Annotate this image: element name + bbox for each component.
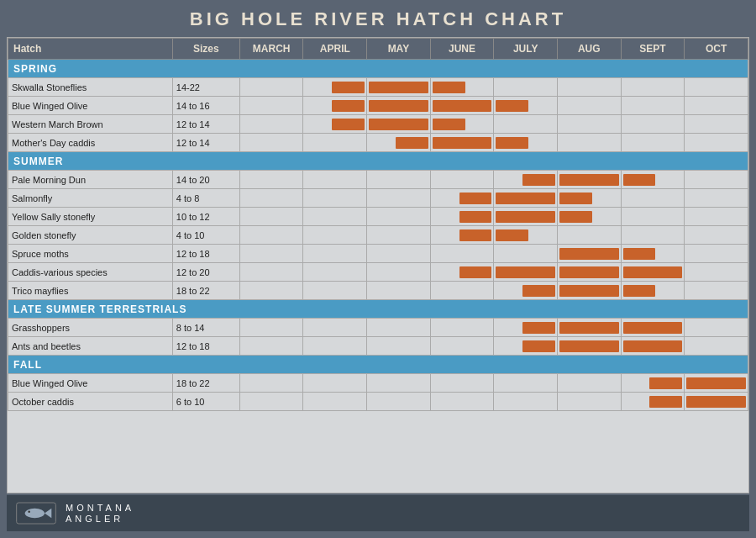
month-cell xyxy=(430,319,494,337)
month-cell xyxy=(557,208,621,226)
month-cell xyxy=(557,115,621,134)
table-row: Grasshoppers8 to 14 xyxy=(8,319,748,337)
section-header: SPRING xyxy=(8,60,748,78)
month-cell xyxy=(494,97,558,115)
month-cell xyxy=(367,208,431,226)
month-cell xyxy=(494,189,558,208)
table-row: Western March Brown12 to 14 xyxy=(8,115,748,134)
month-cell xyxy=(494,282,558,300)
month-cell xyxy=(494,374,558,393)
month-cell xyxy=(430,226,494,245)
month-cell xyxy=(303,134,367,152)
table-row: October caddis6 to 10 xyxy=(8,393,748,411)
month-cell xyxy=(303,393,367,411)
month-cell xyxy=(367,115,431,134)
month-cell xyxy=(367,97,431,115)
section-header: FALL xyxy=(8,356,748,374)
col-header-sizes: Sizes xyxy=(172,39,239,60)
month-cell xyxy=(239,134,303,152)
month-cell xyxy=(430,134,494,152)
month-cell xyxy=(239,319,303,337)
month-cell xyxy=(685,226,748,245)
month-cell xyxy=(239,337,303,356)
month-cell xyxy=(621,115,685,134)
month-cell xyxy=(557,245,621,263)
month-cell xyxy=(494,263,558,282)
month-cell xyxy=(621,374,685,393)
month-cell xyxy=(621,319,685,337)
month-cell xyxy=(367,134,431,152)
month-cell xyxy=(303,282,367,300)
month-cell xyxy=(303,374,367,393)
month-cell xyxy=(367,374,431,393)
month-cell xyxy=(621,337,685,356)
month-cell xyxy=(685,208,748,226)
month-cell xyxy=(494,319,558,337)
section-header: LATE SUMMER TERRESTRIALS xyxy=(8,300,748,319)
month-cell xyxy=(621,263,685,282)
table-row: Blue Winged Olive14 to 16 xyxy=(8,97,748,115)
month-cell xyxy=(685,374,748,393)
month-cell xyxy=(621,226,685,245)
month-cell xyxy=(303,245,367,263)
month-cell xyxy=(621,78,685,97)
month-cell xyxy=(557,337,621,356)
month-cell xyxy=(685,78,748,97)
month-cell xyxy=(239,208,303,226)
table-row: Spruce moths12 to 18 xyxy=(8,245,748,263)
month-cell xyxy=(303,263,367,282)
col-header-april: APRIL xyxy=(303,39,367,60)
month-cell xyxy=(239,171,303,189)
month-cell xyxy=(494,78,558,97)
app-container: BIG HOLE RIVER HATCH CHART Hatch Sizes xyxy=(0,0,756,538)
month-cell xyxy=(494,208,558,226)
table-row: Ants and beetles12 to 18 xyxy=(8,337,748,356)
month-cell xyxy=(239,189,303,208)
month-cell xyxy=(621,282,685,300)
header-row: Hatch Sizes MARCH APRIL MAY JUNE JULY AU… xyxy=(8,39,748,60)
table-row: Golden stonefly4 to 10 xyxy=(8,226,748,245)
month-cell xyxy=(685,245,748,263)
month-cell xyxy=(367,393,431,411)
month-cell xyxy=(621,97,685,115)
table-row: Caddis-various species12 to 20 xyxy=(8,263,748,282)
col-header-july: JULY xyxy=(494,39,558,60)
logo-text: MONTANA ANGLER xyxy=(66,503,134,523)
month-cell xyxy=(621,208,685,226)
month-cell xyxy=(303,115,367,134)
hatch-table: Hatch Sizes MARCH APRIL MAY JUNE JULY AU… xyxy=(8,38,748,411)
month-cell xyxy=(557,393,621,411)
month-cell xyxy=(430,245,494,263)
month-cell xyxy=(494,171,558,189)
month-cell xyxy=(239,263,303,282)
table-row: Pale Morning Dun14 to 20 xyxy=(8,171,748,189)
month-cell xyxy=(239,374,303,393)
month-cell xyxy=(239,97,303,115)
month-cell xyxy=(303,171,367,189)
col-header-march: MARCH xyxy=(239,39,303,60)
month-cell xyxy=(430,282,494,300)
month-cell xyxy=(494,245,558,263)
month-cell xyxy=(685,134,748,152)
footer: MONTANA ANGLER xyxy=(7,495,749,531)
month-cell xyxy=(685,171,748,189)
month-cell xyxy=(303,189,367,208)
month-cell xyxy=(621,134,685,152)
col-header-sept: SEPT xyxy=(621,39,685,60)
month-cell xyxy=(685,263,748,282)
month-cell xyxy=(557,263,621,282)
month-cell xyxy=(367,226,431,245)
month-cell xyxy=(494,115,558,134)
month-cell xyxy=(303,226,367,245)
month-cell xyxy=(367,245,431,263)
svg-point-3 xyxy=(28,511,29,514)
month-cell xyxy=(557,319,621,337)
col-header-may: MAY xyxy=(367,39,431,60)
month-cell xyxy=(303,78,367,97)
col-header-hatch: Hatch xyxy=(8,39,173,60)
table-row: Trico mayflies18 to 22 xyxy=(8,282,748,300)
month-cell xyxy=(557,171,621,189)
chart-container: Hatch Sizes MARCH APRIL MAY JUNE JULY AU… xyxy=(7,37,749,493)
month-cell xyxy=(367,282,431,300)
month-cell xyxy=(685,337,748,356)
